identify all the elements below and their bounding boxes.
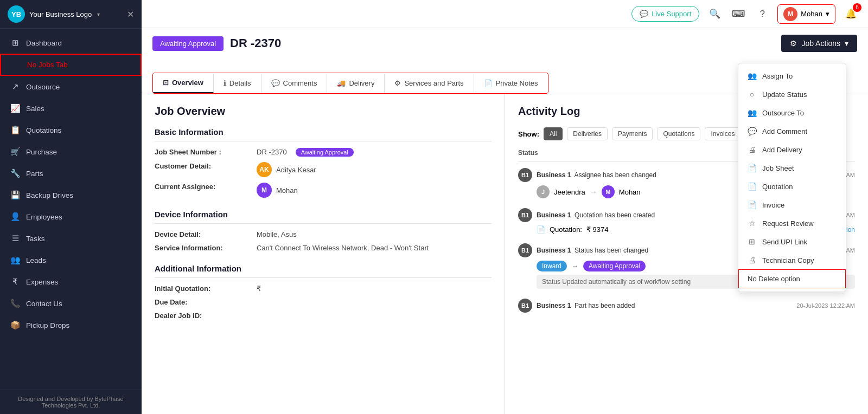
- filter-all[interactable]: All: [544, 127, 563, 140]
- notification-bell[interactable]: 🔔 6: [842, 5, 859, 23]
- sidebar-item-backup-drives[interactable]: 💾 Backup Drives: [0, 184, 142, 206]
- sidebar-item-quotations[interactable]: 📋 Quotations: [0, 119, 142, 141]
- sidebar-footer: Designed and Developed by BytePhase Tech…: [0, 390, 142, 414]
- live-support-button[interactable]: 💬 Live Support: [631, 6, 699, 22]
- dropdown-label: Technician Copy: [762, 256, 814, 264]
- customer-label: Customer Detail:: [155, 162, 252, 170]
- basic-info-section: Basic Information: [155, 127, 492, 141]
- sidebar-item-label: Leads: [26, 256, 46, 264]
- filter-deliveries[interactable]: Deliveries: [567, 127, 608, 140]
- status-awaiting-badge: Awaiting Approval: [583, 261, 646, 271]
- sidebar-item-dashboard[interactable]: ⊞ Dashboard: [0, 32, 142, 54]
- job-sheet-label: Job Sheet Number :: [155, 148, 252, 156]
- dropdown-label: Assign To: [762, 72, 793, 80]
- tab-comments[interactable]: 💬 Comments: [261, 74, 328, 93]
- sidebar-item-label: Outsource: [26, 83, 60, 91]
- device-detail-row: Device Detail: Mobile, Asus: [155, 230, 492, 238]
- sidebar-header: YB Your Business Logo ▾ ✕: [0, 0, 142, 29]
- sidebar-item-contact-us[interactable]: 📞 Contact Us: [0, 293, 142, 314]
- dropdown-item-no-delete[interactable]: No Delete option: [738, 269, 846, 288]
- tab-label: Delivery: [349, 79, 374, 87]
- content-area: Awaiting Approval DR -2370 ⚙ Job Actions…: [142, 28, 868, 414]
- dropdown-label: No Delete option: [748, 275, 800, 283]
- job-title-row: Awaiting Approval DR -2370 ⚙ Job Actions…: [152, 35, 857, 52]
- tabs-row: No payment tab ⊡ Overview ℹ Details 💬 Co…: [152, 73, 548, 94]
- initial-quotation-value: ₹: [257, 284, 261, 293]
- dropdown-item-outsource-to[interactable]: 👥 Outsource To: [738, 104, 846, 122]
- keyboard-icon[interactable]: ⌨: [730, 5, 747, 23]
- sidebar-item-label: Pickup Drops: [26, 321, 69, 329]
- close-icon[interactable]: ✕: [127, 9, 134, 20]
- tab-label: Details: [229, 79, 251, 87]
- sidebar-item-pickup-drops[interactable]: 📦 Pickup Drops: [0, 314, 142, 336]
- dropdown-item-update-status[interactable]: ○ Update Status: [738, 85, 846, 104]
- sidebar-item-purchase[interactable]: 🛒 Purchase: [0, 141, 142, 163]
- dropdown-item-send-upi-link[interactable]: ⊞ Send UPI Link: [738, 232, 846, 251]
- sidebar-item-expenses[interactable]: ₹ Expenses: [0, 271, 142, 293]
- tab-delivery[interactable]: 🚚 Delivery: [327, 74, 385, 93]
- sidebar: YB Your Business Logo ▾ ✕ ⊞ Dashboard No…: [0, 0, 142, 414]
- sidebar-item-tasks[interactable]: ☰ Tasks: [0, 228, 142, 249]
- service-info-row: Service Information: Can't Connect To Wi…: [155, 244, 492, 252]
- sidebar-item-sales[interactable]: 📈 Sales: [0, 98, 142, 119]
- dropdown-item-request-review[interactable]: ☆ Request Review: [738, 214, 846, 232]
- tab-details[interactable]: ℹ Details: [214, 74, 261, 93]
- tab-private-notes[interactable]: 📄 Private Notes: [474, 74, 548, 93]
- assignee-detail: M Mohan: [257, 183, 298, 198]
- sidebar-item-label: Sales: [26, 105, 44, 113]
- job-sheet-icon: 📄: [747, 164, 757, 172]
- to-avatar: M: [602, 185, 615, 198]
- contact-icon: 📞: [10, 299, 21, 308]
- outsource-icon: ↗: [10, 82, 21, 92]
- sidebar-item-no-jobs-tab[interactable]: No Jobs Tab: [0, 54, 142, 76]
- search-icon[interactable]: 🔍: [706, 5, 723, 23]
- tab-label: Comments: [283, 79, 317, 87]
- assignee-label: Current Assignee:: [155, 183, 252, 191]
- help-icon[interactable]: ?: [754, 5, 771, 23]
- sidebar-item-leads[interactable]: 👥 Leads: [0, 249, 142, 271]
- tab-overview[interactable]: ⊡ Overview: [153, 73, 214, 93]
- dropdown-label: Outsource To: [762, 109, 804, 117]
- dropdown-item-quotation[interactable]: 📄 Quotation: [738, 177, 846, 196]
- sidebar-item-label: Contact Us: [26, 300, 62, 308]
- sidebar-logo[interactable]: YB Your Business Logo ▾: [8, 5, 100, 23]
- assign-to-icon: 👥: [747, 72, 757, 80]
- left-panel: Job Overview Basic Information Job Sheet…: [142, 94, 505, 414]
- pickup-icon: 📦: [10, 320, 21, 330]
- dropdown-item-assign-to[interactable]: 👥 Assign To: [738, 67, 846, 85]
- dropdown-item-invoice[interactable]: 📄 Invoice: [738, 196, 846, 214]
- sidebar-item-outsource[interactable]: ↗ Outsource: [0, 76, 142, 98]
- sidebar-item-parts[interactable]: 🔧 Parts: [0, 163, 142, 184]
- user-menu-button[interactable]: M Mohan ▾: [777, 4, 835, 24]
- dropdown-label: Add Comment: [762, 127, 807, 135]
- leads-icon: 👥: [10, 255, 21, 265]
- sidebar-logo-text: Your Business Logo: [29, 10, 92, 18]
- sidebar-item-employees[interactable]: 👤 Employees: [0, 206, 142, 228]
- assignee-name: Mohan: [276, 186, 298, 195]
- main-area: 💬 Live Support 🔍 ⌨ ? M Mohan ▾ 🔔 6 Await…: [142, 0, 868, 414]
- service-value: Can't Connect To Wireless Network, Dead …: [257, 244, 429, 252]
- dropdown-item-add-comment[interactable]: 💬 Add Comment: [738, 122, 846, 140]
- filter-payments[interactable]: Payments: [612, 127, 653, 140]
- job-actions-label: Job Actions: [801, 39, 840, 48]
- employees-icon: 👤: [10, 212, 21, 222]
- dropdown-item-technician-copy[interactable]: 🖨 Technician Copy: [738, 251, 846, 269]
- chevron-down-icon: ▾: [97, 11, 100, 17]
- additional-info-section: Additional Information: [155, 264, 492, 278]
- job-actions-button[interactable]: ⚙ Job Actions ▾: [781, 35, 857, 52]
- from-name: Jeetendra: [554, 188, 585, 196]
- dropdown-label: Quotation: [762, 183, 793, 191]
- filter-quotations[interactable]: Quotations: [657, 127, 700, 140]
- activity-meta: Business 1 Part has been added: [537, 302, 635, 309]
- logo-circle: YB: [8, 5, 25, 23]
- tab-services-parts[interactable]: ⚙ Services and Parts: [385, 74, 474, 93]
- chevron-down-icon: ▾: [845, 39, 848, 48]
- dropdown-item-add-delivery[interactable]: 🖨 Add Delivery: [738, 140, 846, 159]
- filter-invoices[interactable]: Invoices: [705, 127, 741, 140]
- activity-meta: Business 1 Status has been changed: [537, 247, 648, 254]
- dropdown-item-job-sheet[interactable]: 📄 Job Sheet: [738, 159, 846, 177]
- sidebar-item-label: Purchase: [26, 148, 57, 156]
- job-sheet-status: Awaiting Approval: [296, 148, 354, 157]
- live-support-label: Live Support: [652, 10, 691, 18]
- sidebar-item-label: Parts: [26, 170, 43, 178]
